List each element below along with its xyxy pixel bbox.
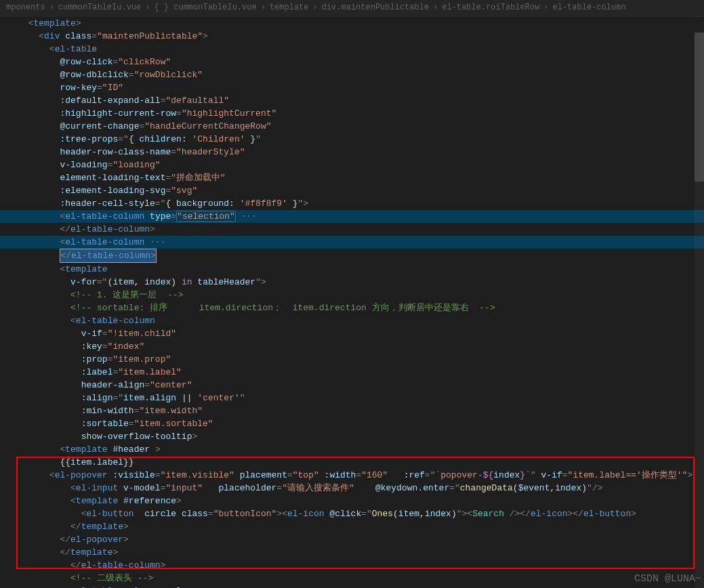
code-line[interactable]: <!-- 1. 这是第一层 -->	[0, 289, 704, 301]
code-line[interactable]: :highlight-current-row="highlightCurrent…	[0, 107, 704, 120]
code-line[interactable]: :element-loading-svg="svg"	[0, 184, 704, 197]
code-line[interactable]: @row-click="clickRow"	[0, 56, 704, 68]
code-line[interactable]: :header-cell-style="{ background: '#f8f8…	[0, 197, 704, 210]
scrollbar-thumb[interactable]	[695, 33, 704, 182]
code-line[interactable]: header-row-class-name="headerStyle"	[0, 146, 704, 159]
code-line[interactable]: <el-table-column type="selection" ···	[0, 210, 704, 223]
breadcrumb[interactable]: mponents›cummonTableIu.vue›{ } cummonTab…	[0, 0, 704, 17]
code-line[interactable]: <!-- sortable: 排序 item.direction； item.d…	[0, 301, 704, 314]
code-line[interactable]: <el-input v-model="input" placeholder="请…	[0, 482, 704, 495]
code-line[interactable]: :label="item.label"	[0, 366, 704, 379]
code-line[interactable]: :align="item.align || 'center'"	[0, 392, 704, 404]
code-line[interactable]: element-loading-text="拼命加载中"	[0, 171, 704, 184]
code-line[interactable]: v-loading="loading"	[0, 159, 704, 171]
code-line[interactable]: </template>	[0, 520, 704, 533]
code-line[interactable]: <template	[0, 263, 704, 276]
code-line[interactable]: :sortable="item.sortable"	[0, 417, 704, 430]
breadcrumb-item[interactable]: mponents	[6, 3, 45, 12]
code-line[interactable]: <template>	[0, 17, 704, 30]
code-line[interactable]: </el-popover>	[0, 533, 704, 546]
code-line[interactable]: <el-table-column v-else ···	[0, 585, 704, 588]
code-line[interactable]: :prop="item.prop"	[0, 353, 704, 366]
code-line[interactable]: {{item.label}}	[0, 456, 704, 469]
code-line[interactable]: @current-change="handleCurrentChangeRow"	[0, 120, 704, 133]
code-line[interactable]: </el-table-column>	[0, 249, 704, 263]
code-line[interactable]: :default-expand-all="defaultall"	[0, 94, 704, 107]
code-line[interactable]: show-overflow-tooltip>	[0, 430, 704, 443]
breadcrumb-item[interactable]: el-table.roiTableRow	[442, 3, 539, 12]
code-line[interactable]: :tree-props="{ children: 'Children' }"	[0, 133, 704, 146]
code-line[interactable]: <el-popover :visible="item.visible" plac…	[0, 469, 704, 482]
code-line[interactable]: <el-table-column	[0, 314, 704, 327]
watermark: CSDN @LUNA~	[634, 572, 701, 585]
code-line[interactable]: v-if="!item.child"	[0, 327, 704, 340]
code-line[interactable]: <el-table	[0, 43, 704, 56]
breadcrumb-item[interactable]: el-table-column	[553, 3, 626, 12]
code-line[interactable]: v-for="(item, index) in tableHeader">	[0, 276, 704, 289]
breadcrumb-item[interactable]: template	[270, 3, 309, 12]
code-line[interactable]: :key="index"	[0, 340, 704, 353]
editor[interactable]: <template> <div class="maintenPublictabl…	[0, 17, 704, 588]
code-line[interactable]: :min-width="item.width"	[0, 404, 704, 417]
code-line[interactable]: </el-table-column>	[0, 223, 704, 236]
code-line[interactable]: </el-table-column>	[0, 559, 704, 572]
code-line[interactable]: row-key="ID"	[0, 81, 704, 94]
code-line[interactable]: header-align="center"	[0, 379, 704, 392]
breadcrumb-item[interactable]: cummonTableIu.vue	[58, 3, 141, 12]
code-line[interactable]: <div class="maintenPublictable">	[0, 30, 704, 43]
code-line[interactable]: @row-dblclick="rowDblclick"	[0, 68, 704, 81]
code-line[interactable]: <el-table-column ···	[0, 236, 704, 249]
scrollbar-track[interactable]	[695, 33, 704, 588]
breadcrumb-item[interactable]: div.maintenPublictable	[322, 3, 429, 12]
code-line[interactable]: <template #reference>	[0, 495, 704, 507]
code-line[interactable]: </template>	[0, 546, 704, 559]
breadcrumb-item[interactable]: { } cummonTableIu.vue	[154, 3, 256, 12]
code-line[interactable]: <!-- 二级表头 -->	[0, 572, 704, 585]
code-line[interactable]: <template #header >	[0, 443, 704, 456]
code-line[interactable]: <el-button circle class="buttonIcon"><el…	[0, 507, 704, 520]
